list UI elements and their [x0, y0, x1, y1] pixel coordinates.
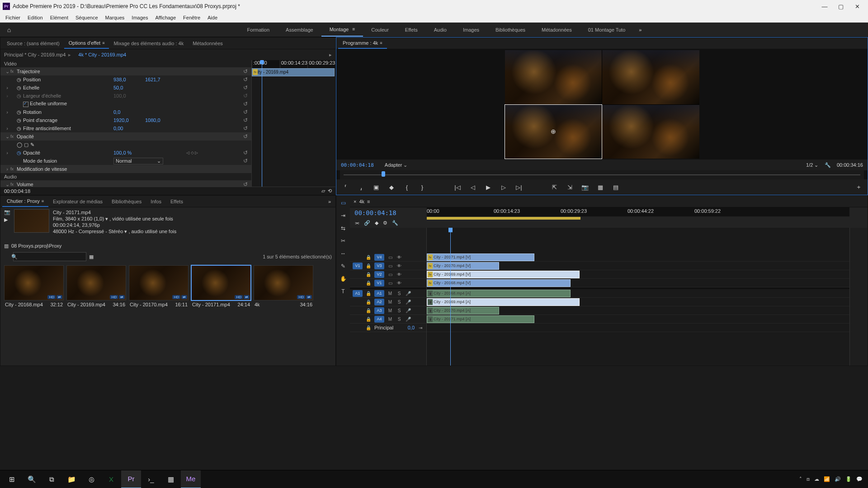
- menu-aide[interactable]: Aide: [204, 13, 221, 22]
- excel-button[interactable]: X: [101, 470, 121, 488]
- hand-tool[interactable]: ✋: [339, 274, 348, 283]
- linked-selection-icon[interactable]: 🔗: [364, 220, 370, 226]
- menu-edition[interactable]: Edition: [24, 13, 47, 22]
- lock-icon[interactable]: 🔒: [365, 308, 372, 313]
- step-back-button[interactable]: ◁: [468, 183, 477, 192]
- track-target-a1[interactable]: A1: [374, 290, 384, 297]
- slip-tool[interactable]: ↔: [339, 249, 348, 258]
- play-preview-icon[interactable]: ▶: [4, 217, 10, 223]
- lock-icon[interactable]: 🔒: [365, 300, 372, 305]
- hamburger-icon[interactable]: ≡: [42, 199, 44, 203]
- media-encoder-button[interactable]: Me: [181, 470, 201, 488]
- quad-bl-selected[interactable]: [505, 105, 602, 159]
- reset-icon[interactable]: ↺: [243, 150, 248, 156]
- poster-frame-icon[interactable]: 📷: [4, 209, 10, 215]
- bin-icon[interactable]: ▥: [4, 243, 9, 249]
- track-target-a4[interactable]: A4: [374, 316, 384, 323]
- close-seq-icon[interactable]: ×: [354, 199, 356, 204]
- ws-montage[interactable]: Montage≡: [321, 23, 363, 37]
- ripple-tool[interactable]: ⇆: [339, 224, 348, 233]
- audio-clip[interactable]: City - 20170.mp4 [A]: [427, 307, 499, 314]
- tabs-overflow[interactable]: »: [326, 199, 334, 204]
- reset-icon[interactable]: ↺: [243, 181, 248, 187]
- position-x[interactable]: 938,0: [113, 77, 145, 82]
- ellipse-mask-icon[interactable]: ◯: [17, 142, 22, 148]
- chevron-up-icon[interactable]: ˄: [799, 476, 802, 482]
- ws-formation[interactable]: Formation: [239, 23, 278, 37]
- ec-section-volume[interactable]: ⌄fxVolume↺: [0, 180, 251, 187]
- go-to-out-button[interactable]: ▷|: [514, 183, 524, 192]
- export-frame-button[interactable]: 📷: [580, 183, 590, 192]
- menu-element[interactable]: Elément: [47, 13, 72, 22]
- go-to-in-button[interactable]: |◁: [453, 183, 462, 192]
- ws-images[interactable]: Images: [455, 23, 487, 37]
- ws-couleur[interactable]: Couleur: [363, 23, 397, 37]
- settings-icon[interactable]: ⚙: [383, 220, 387, 226]
- marker-icon[interactable]: ◆: [387, 183, 396, 192]
- lock-icon[interactable]: 🔒: [365, 272, 372, 277]
- program-timecode[interactable]: 00:00:04:18: [341, 162, 374, 168]
- tab-info[interactable]: Infos: [146, 196, 166, 207]
- lock-icon[interactable]: 🔒: [365, 263, 372, 268]
- zoom-select[interactable]: 1/2 ⌄: [806, 162, 818, 168]
- play-button[interactable]: ▶: [484, 183, 493, 192]
- reset-icon[interactable]: ↺: [243, 125, 248, 131]
- timeline-playhead[interactable]: [450, 228, 451, 366]
- stopwatch-icon[interactable]: ◷: [17, 126, 23, 131]
- ec-playhead[interactable]: [262, 60, 262, 187]
- sequence-name[interactable]: 4k: [359, 199, 364, 204]
- rect-mask-icon[interactable]: ▢: [24, 142, 28, 148]
- mute-icon[interactable]: ▭: [387, 255, 393, 260]
- track-target-a2[interactable]: A2: [374, 299, 384, 305]
- mic-icon[interactable]: 🎤: [405, 317, 411, 322]
- dropbox-icon[interactable]: ⧈: [807, 476, 810, 482]
- file-explorer-button[interactable]: 📁: [61, 470, 81, 488]
- reset-icon[interactable]: ↺: [243, 101, 248, 107]
- notification-icon[interactable]: 💬: [856, 476, 863, 482]
- ws-audio[interactable]: Audio: [426, 23, 455, 37]
- stopwatch-icon[interactable]: ◷: [17, 117, 23, 123]
- ec-zoom-icon[interactable]: ▱: [321, 188, 325, 194]
- tab-effects[interactable]: Effets: [166, 196, 188, 207]
- minimize-button[interactable]: —: [816, 0, 833, 13]
- search-input[interactable]: [13, 252, 86, 261]
- tab-media-browser[interactable]: Explorateur de médias: [48, 196, 107, 207]
- add-marker-button[interactable]: ▣: [372, 183, 381, 192]
- audio-clip[interactable]: City - 20169.mp4 [A]: [427, 298, 580, 306]
- rotation-value[interactable]: 0,0: [113, 109, 145, 115]
- wifi-icon[interactable]: 📶: [824, 476, 830, 482]
- button-editor-add[interactable]: ＋: [854, 183, 863, 192]
- mute-icon[interactable]: ▭: [387, 272, 393, 277]
- project-item[interactable]: HD⇄City - 20169.mp434:16: [66, 265, 126, 309]
- mic-icon[interactable]: 🎤: [405, 291, 411, 296]
- menu-fenetre[interactable]: Fenêtre: [179, 13, 204, 22]
- reset-icon[interactable]: ↺: [243, 84, 248, 91]
- mark-in-button[interactable]: ⸢: [341, 183, 350, 192]
- razor-tool[interactable]: ✂: [339, 236, 348, 245]
- mute-icon[interactable]: ▭: [387, 263, 393, 268]
- wrench-icon[interactable]: 🔧: [392, 220, 398, 226]
- lock-icon[interactable]: 🔒: [365, 255, 372, 260]
- mark-out-button[interactable]: ⸥: [356, 183, 365, 192]
- snap-icon[interactable]: ⫘: [354, 220, 359, 226]
- ec-section-motion[interactable]: ⌄fx Trajectoire ↺: [0, 67, 251, 75]
- stopwatch-icon[interactable]: ◷: [17, 85, 23, 91]
- pen-tool[interactable]: ✎: [339, 262, 348, 271]
- menu-fichier[interactable]: Fichier: [2, 13, 24, 22]
- tab-metadata[interactable]: Métadonnées: [188, 38, 227, 49]
- ec-section-opacity[interactable]: ⌄fxOpacité↺: [0, 132, 251, 141]
- mic-icon[interactable]: 🎤: [405, 300, 411, 305]
- marker-add-icon[interactable]: ◆: [375, 220, 378, 226]
- eye-icon[interactable]: 👁: [396, 272, 402, 277]
- ec-timecode[interactable]: 00:00:04:18: [4, 188, 30, 194]
- video-clip[interactable]: City - 20169.mp4 [V]: [427, 271, 580, 278]
- ws-effets[interactable]: Effets: [397, 23, 426, 37]
- hamburger-icon[interactable]: ≡: [352, 27, 355, 32]
- video-clip[interactable]: City - 20171.mp4 [V]: [427, 253, 534, 261]
- ec-section-time-remap[interactable]: ›fxModification de vitesse: [0, 165, 251, 173]
- ws-montage-tuto[interactable]: 01 Montage Tuto: [580, 23, 634, 37]
- track-target-v2[interactable]: V2: [374, 271, 384, 278]
- flicker-value[interactable]: 0,00: [113, 126, 145, 131]
- ec-toggle-icon[interactable]: ⟲: [328, 188, 332, 194]
- pen-mask-icon[interactable]: ✎: [30, 142, 34, 148]
